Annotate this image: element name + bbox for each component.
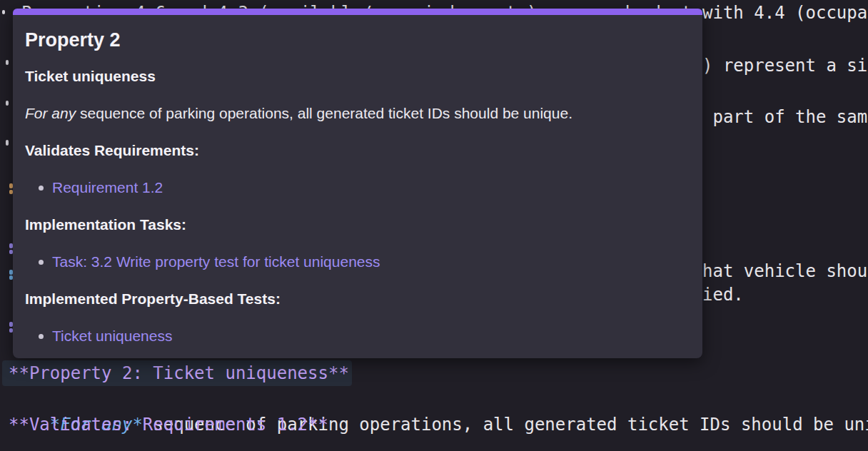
test-link[interactable]: Ticket uniqueness xyxy=(52,328,172,344)
text-fragment xyxy=(6,140,9,146)
editor-line-fragment[interactable]: hat vehicle shou xyxy=(702,258,867,284)
editor-line-fragment[interactable]: with 4.4 (occupa xyxy=(702,0,867,26)
editor-line-property-heading[interactable]: **Property 2: Ticket uniqueness** xyxy=(9,360,349,386)
popup-subtitle: Ticket uniqueness xyxy=(25,67,690,86)
bullet-icon xyxy=(39,334,44,339)
list-item: Task: 3.2 Write property test for ticket… xyxy=(25,253,690,271)
list-item: Requirement 1.2 xyxy=(25,178,690,197)
editor-line-fragment[interactable]: ) represent a si xyxy=(702,53,867,78)
editor-line-fragment[interactable]: part of the sam xyxy=(702,104,867,130)
task-link[interactable]: Task: 3.2 Write property test for ticket… xyxy=(52,253,380,270)
editor-screen: { "popup": { "title": "Property 2", "sub… xyxy=(0,0,868,451)
popup-description: For any sequence of parking operations, … xyxy=(25,104,690,123)
bullet-icon xyxy=(39,186,44,191)
validates-list: Requirement 1.2 xyxy=(25,178,690,197)
editor-line-fragment[interactable]: ied. xyxy=(702,282,744,308)
popup-title: Property 2 xyxy=(25,29,690,51)
tests-list: Ticket uniqueness xyxy=(25,327,690,345)
text-fragment xyxy=(6,60,9,65)
tasks-list: Task: 3.2 Write property test for ticket… xyxy=(25,253,690,271)
text-fragment xyxy=(2,10,5,14)
section-label-tasks: Implementation Tasks: xyxy=(25,216,690,234)
text-fragment xyxy=(6,101,9,106)
section-label-tests: Implemented Property-Based Tests: xyxy=(25,290,690,308)
list-item: Ticket uniqueness xyxy=(25,327,690,345)
requirement-link[interactable]: Requirement 1.2 xyxy=(52,179,163,196)
section-label-validates: Validates Requirements: xyxy=(25,141,690,160)
editor-line-validates[interactable]: **Validates: Requirements 1.2** xyxy=(9,412,328,437)
popup-description-rest: sequence of parking operations, all gene… xyxy=(76,105,572,121)
popup-description-italic: For any xyxy=(25,105,76,121)
bullet-icon xyxy=(39,260,44,265)
hover-popup: Property 2 Ticket uniqueness For any seq… xyxy=(13,9,702,358)
